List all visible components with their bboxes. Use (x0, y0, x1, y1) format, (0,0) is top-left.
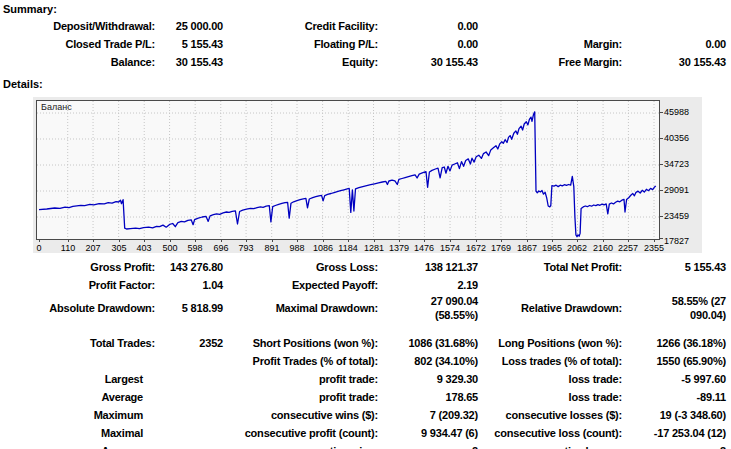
stat-value: 25 000.00 (176, 17, 223, 35)
x-axis-label: 2160 (593, 243, 613, 253)
x-axis-label: 891 (264, 243, 279, 253)
stat-label: Gross Loss: (316, 258, 378, 276)
table-row: Averageprofit trade:178.65loss trade:-89… (0, 388, 731, 406)
stat-value: 58.55% (27 090.04) (672, 294, 726, 322)
y-axis-tick (660, 190, 663, 191)
chart-legend: Баланс (41, 102, 72, 113)
table-row: Largestprofit trade:9 329.30loss trade:-… (0, 370, 731, 388)
x-axis-tick (399, 240, 400, 242)
stat-label: loss trade: (569, 388, 622, 406)
stat-value: 3 (720, 442, 726, 449)
stat-value: -17 253.04 (12) (654, 424, 726, 442)
stat-label: Average (101, 442, 143, 449)
y-axis-tick (660, 216, 663, 217)
stat-label: Largest (105, 370, 143, 388)
stat-label: consecutive loss (count): (494, 424, 622, 442)
y-axis-tick (660, 164, 663, 165)
x-axis-label: 1281 (364, 243, 384, 253)
x-axis-label: 1379 (389, 243, 409, 253)
x-axis-label: 305 (111, 243, 126, 253)
x-axis-tick (374, 240, 375, 242)
x-axis-tick (628, 240, 629, 242)
stat-label: Maximal (101, 424, 143, 442)
stat-value: 9 934.47 (6) (421, 424, 478, 442)
y-axis-tick (660, 238, 663, 239)
stat-label: Long Positions (won %): (498, 334, 622, 352)
stat-label: Maximum (94, 406, 143, 424)
stat-label: profit trade: (319, 388, 378, 406)
stat-label: consecutive losses: (521, 442, 622, 449)
details-table: Gross Profit:143 276.80Gross Loss:138 12… (0, 258, 731, 449)
y-axis-label: 17827 (664, 236, 689, 246)
stat-label: Equity: (342, 53, 378, 71)
x-axis-label: 1867 (517, 243, 537, 253)
balance-series-line (39, 112, 656, 237)
x-axis-label: 403 (136, 243, 151, 253)
stat-label: Average (101, 388, 143, 406)
stat-value: 2.19 (457, 276, 478, 294)
x-axis-tick (39, 240, 40, 242)
stat-label: consecutive wins: (287, 442, 378, 449)
table-row: Deposit/Withdrawal:25 000.00Credit Facil… (0, 17, 731, 35)
stat-label: Profit Trades (% of total): (253, 352, 378, 370)
x-axis-label: 1574 (440, 243, 460, 253)
stat-value: 0.00 (705, 35, 726, 53)
summary-section-title: Summary: (3, 3, 57, 15)
x-axis-tick (246, 240, 247, 242)
stat-label: Margin: (584, 35, 622, 53)
y-axis-tick (660, 112, 663, 113)
stat-value: 9 329.30 (437, 370, 478, 388)
x-axis-label: 2355 (644, 243, 664, 253)
x-axis-tick (272, 240, 273, 242)
x-axis-tick (323, 240, 324, 242)
stat-label: Relative Drawdown: (521, 294, 622, 322)
stat-value: 19 (-3 348.60) (660, 406, 726, 424)
balance-chart: Баланс 459884035634723290912345917827011… (33, 97, 702, 253)
stat-value: 30 155.43 (431, 53, 478, 71)
stat-label: Profit Factor: (89, 276, 155, 294)
x-axis-tick (527, 240, 528, 242)
stat-value: -89.11 (697, 388, 726, 406)
x-axis-tick (195, 240, 196, 242)
stat-label: Maximal Drawdown: (276, 294, 378, 322)
stat-label: Credit Facility: (305, 17, 378, 35)
table-row: Profit Factor:1.04Expected Payoff:2.19 (0, 276, 731, 294)
stat-value: 143 276.80 (170, 258, 223, 276)
stat-value: 30 155.43 (679, 53, 726, 71)
stat-value: 5 818.99 (182, 294, 223, 322)
stat-value: 30 155.43 (176, 53, 223, 71)
stat-label: Total Net Profit: (544, 258, 622, 276)
stat-value: 2352 (199, 334, 223, 352)
table-row: Closed Trade P/L:5 155.43Floating P/L:0.… (0, 35, 731, 53)
x-axis-tick (119, 240, 120, 242)
x-axis-tick (654, 240, 655, 242)
table-row: Balance:30 155.43Equity:30 155.43Free Ma… (0, 53, 731, 71)
balance-line-chart (37, 101, 659, 239)
stat-label: Short Positions (won %): (253, 334, 378, 352)
x-axis-tick (450, 240, 451, 242)
x-axis-tick (93, 240, 94, 242)
y-axis-label: 23459 (664, 211, 689, 221)
x-axis-tick (221, 240, 222, 242)
stat-label: consecutive losses ($): (506, 406, 622, 424)
stat-value: 27 090.04 (58.55%) (431, 294, 478, 322)
y-axis-label: 29091 (664, 185, 689, 195)
x-axis-tick (144, 240, 145, 242)
x-axis-tick (501, 240, 502, 242)
stat-label: Deposit/Withdrawal: (53, 17, 155, 35)
stat-value: 7 (209.32) (430, 406, 478, 424)
stat-value: 5 155.43 (182, 35, 223, 53)
x-axis-tick (68, 240, 69, 242)
stat-value: 0.00 (457, 17, 478, 35)
stat-label: Expected Payoff: (292, 276, 378, 294)
x-axis-tick (348, 240, 349, 242)
x-axis-label: 1965 (542, 243, 562, 253)
x-axis-label: 2257 (618, 243, 638, 253)
x-axis-label: 1086 (313, 243, 333, 253)
y-axis-label: 34723 (664, 159, 689, 169)
stat-value: 5 155.43 (685, 258, 726, 276)
x-axis-label: 110 (61, 243, 75, 253)
y-axis-tick (660, 138, 663, 139)
summary-table: Deposit/Withdrawal:25 000.00Credit Facil… (0, 17, 731, 71)
x-axis-label: 988 (289, 243, 304, 253)
